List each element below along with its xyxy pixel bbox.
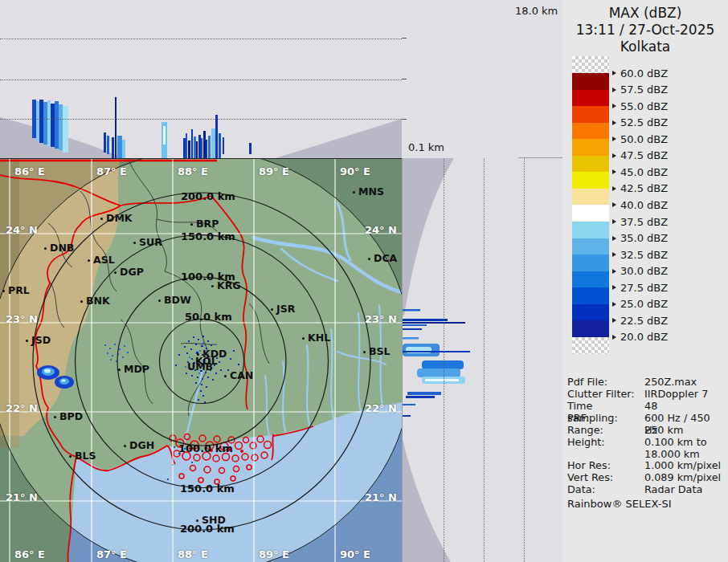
station-label: SHD [202, 514, 226, 526]
legend-arrow-icon [612, 318, 616, 323]
station-label: JSR [276, 303, 295, 315]
latitude-label: 23° N [6, 313, 38, 325]
height-gridline [484, 158, 485, 562]
echo-bars [403, 309, 470, 417]
height-gridline [0, 39, 402, 39]
info-value: 250Z.max [644, 377, 697, 389]
latitude-label: 22° N [6, 402, 38, 414]
legend-entry-label: 22.5 dBZ [620, 315, 668, 327]
height-gridline [0, 79, 402, 80]
station-label: BPD [59, 410, 83, 422]
station-dot [69, 455, 72, 458]
legend-entry: 30.0 dBZ [612, 264, 668, 279]
info-value: 250 km [644, 425, 683, 437]
legend-band [572, 271, 609, 288]
legend-arrow-icon [612, 186, 616, 191]
station-label: BRP [196, 218, 219, 230]
station-label: BSL [369, 345, 391, 357]
longitude-label: 86° E [14, 165, 45, 177]
radar-display: 18.0 km 0.1 km [0, 0, 728, 562]
right-profile-graphics [403, 158, 560, 562]
legend-entry-label: 35.0 dBZ [620, 232, 668, 244]
info-label: Height: [567, 437, 644, 461]
station-dot [196, 519, 198, 522]
station-dot [124, 445, 126, 447]
latitude-label: 21° N [365, 491, 397, 503]
legend-entry-label: 20.0 dBZ [620, 331, 668, 343]
latitude-label: 24° N [365, 224, 397, 236]
station-dot [54, 416, 56, 418]
legend-arrow-icon [612, 136, 616, 141]
range-ring-label: 100.0 km [178, 442, 233, 454]
longitude-label: 87° E [96, 548, 127, 560]
range-ring-label: 150.0 km [181, 230, 235, 242]
station-label: BLS [75, 450, 96, 462]
range-ring-label: 50.0 km [185, 311, 232, 323]
info-row: Clutter Filter:IIRDoppler 7 [567, 389, 726, 401]
info-row: Pdf File:250Z.max [567, 377, 726, 389]
info-label: Data: [567, 484, 644, 496]
station-label: DNB [50, 242, 74, 254]
legend-entry-label: 60.0 dBZ [620, 67, 668, 79]
station-dot [100, 218, 103, 220]
legend-entry: 22.5 dBZ [612, 313, 668, 328]
top-height-profile-panel [0, 0, 402, 158]
legend-entry: 57.5 dBZ [612, 83, 668, 97]
info-value: 0.089 km/pixel [644, 472, 721, 484]
station-label: BNK [86, 295, 110, 307]
legend-arrow-icon [612, 302, 616, 307]
station-dot [88, 259, 90, 262]
legend-arrow-icon [612, 104, 616, 108]
legend-entry: 40.0 dBZ [612, 198, 668, 212]
legend-band [572, 189, 609, 206]
legend-arrow-icon [612, 252, 616, 257]
axis-tick [402, 119, 407, 120]
right-height-profile-panel [402, 158, 560, 562]
info-label: Hor Res: [567, 460, 644, 472]
station-label: MDP [124, 363, 149, 375]
legend-entry: 52.5 dBZ [612, 116, 668, 130]
radar-map: 86° E86° E87° E87° E88° E88° E89° E89° E… [0, 158, 402, 562]
station-dot [211, 285, 214, 287]
station-dot [114, 271, 117, 274]
station-dot [271, 308, 273, 311]
station-dot [224, 375, 227, 377]
station-label: PRL [8, 284, 30, 296]
legend-band [572, 287, 609, 304]
legend-entry-label: 32.5 dBZ [620, 249, 668, 261]
legend-entry: 60.0 dBZ [612, 66, 668, 80]
legend-entry: 47.5 dBZ [612, 149, 668, 163]
height-gridline [444, 158, 444, 562]
legend-entry: 42.5 dBZ [612, 181, 668, 196]
legend-band [572, 255, 609, 271]
product-title: MAX (dBZ) [562, 5, 728, 21]
legend-band [572, 156, 609, 173]
station-label: KHL [308, 332, 330, 344]
legend-band [572, 320, 609, 337]
legend-entry-label: 55.0 dBZ [620, 100, 668, 112]
legend-arrow-icon [612, 335, 616, 340]
legend-arrow-icon [612, 169, 616, 174]
legend-colorbar [572, 56, 609, 354]
legend-entry-label: 42.5 dBZ [620, 182, 668, 194]
legend-checker-bottom [572, 337, 609, 354]
latitude-label: 24° N [6, 224, 38, 236]
latitude-label: 22° N [365, 402, 397, 414]
station-label: DCA [374, 252, 397, 264]
height-gridline [524, 158, 525, 562]
legend-entry: 35.0 dBZ [612, 231, 668, 246]
legend-entry-label: 25.0 dBZ [620, 298, 668, 310]
legend-entry: 25.0 dBZ [612, 297, 668, 312]
legend-arrow-icon [612, 202, 616, 207]
info-row: Height:0.100 km to 18.000 km [567, 437, 726, 461]
longitude-label: 90° E [340, 165, 370, 177]
legend-arrow-icon [612, 219, 616, 224]
info-label: Clutter Filter: [567, 389, 644, 401]
station-label: MNS [358, 185, 384, 198]
echo-columns [32, 97, 252, 158]
info-value: 1.000 km/pixel [644, 460, 721, 472]
station-label: DGH [129, 439, 154, 451]
height-gridline [0, 119, 402, 120]
legend-arrow-icon [612, 153, 616, 158]
station-label: UMB [187, 360, 213, 373]
